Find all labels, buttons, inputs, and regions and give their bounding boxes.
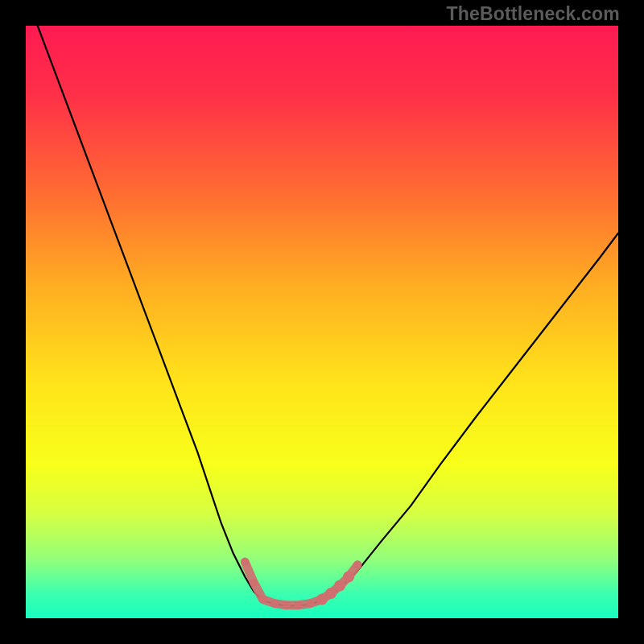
curve-layer (26, 26, 618, 618)
valley-marker (270, 600, 279, 608)
watermark-text: TheBottleneck.com (446, 3, 620, 25)
plot-area (26, 26, 618, 618)
valley-marker (241, 558, 249, 566)
valley-marker (258, 595, 266, 603)
outer-frame: TheBottleneck.com (0, 0, 644, 644)
valley-marker (334, 580, 345, 592)
valley-marker (353, 561, 361, 569)
bottleneck-curve (38, 26, 618, 606)
valley-marker (250, 579, 258, 587)
valley-marker (306, 600, 314, 608)
valley-marker (283, 601, 291, 609)
valley-marker (325, 588, 336, 599)
valley-marker (295, 601, 303, 609)
valley-marker (343, 571, 354, 582)
